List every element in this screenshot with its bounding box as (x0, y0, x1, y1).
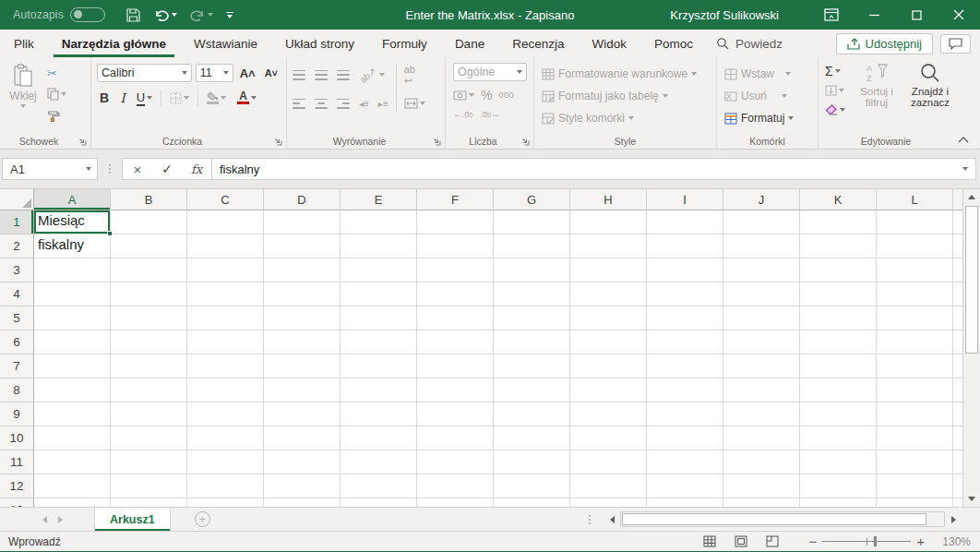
cell-M7[interactable] (953, 354, 962, 378)
cell-D5[interactable] (264, 306, 341, 330)
cell-A13[interactable] (34, 498, 111, 507)
share-button[interactable]: Udostępnij (836, 33, 933, 54)
tab-widok[interactable]: Widok (578, 30, 640, 57)
cell-F4[interactable] (417, 282, 494, 306)
clipboard-dialog-launcher[interactable] (78, 138, 87, 146)
cell-I1[interactable] (647, 210, 723, 234)
cell-E7[interactable] (341, 354, 417, 378)
cell-F6[interactable] (417, 330, 494, 354)
cell-J10[interactable] (723, 426, 800, 450)
new-sheet-button[interactable]: + (195, 511, 210, 527)
decrease-indent-button[interactable]: ◂≡ (359, 93, 369, 114)
formula-bar-splitter[interactable] (109, 164, 111, 174)
cell-L8[interactable] (877, 378, 953, 402)
cell-A5[interactable] (34, 306, 111, 330)
tab-scroll-splitter[interactable] (589, 515, 591, 524)
cell-H11[interactable] (570, 450, 647, 474)
page-break-view-button[interactable] (757, 535, 788, 547)
next-sheet-button[interactable] (58, 516, 63, 523)
cell-A1[interactable]: Miesiąc (34, 210, 111, 234)
column-header-K[interactable]: K (800, 189, 877, 210)
cell-F9[interactable] (417, 402, 494, 426)
cell-I10[interactable] (647, 426, 723, 450)
align-left-icon[interactable] (293, 99, 305, 109)
cell-J9[interactable] (723, 402, 800, 426)
cell-M3[interactable] (953, 258, 962, 282)
cell-C12[interactable] (187, 474, 264, 498)
cell-B8[interactable] (111, 378, 187, 402)
cell-D13[interactable] (264, 498, 341, 507)
cell-F10[interactable] (417, 426, 494, 450)
row-header-6[interactable]: 6 (0, 330, 34, 354)
row-header-4[interactable]: 4 (0, 282, 34, 306)
cell-L2[interactable] (877, 234, 953, 258)
cell-M9[interactable] (953, 402, 962, 426)
user-name[interactable]: Krzysztof Sulikowski (670, 8, 779, 22)
cell-I4[interactable] (647, 282, 723, 306)
cell-C5[interactable] (187, 306, 264, 330)
cell-K5[interactable] (800, 306, 877, 330)
row-header-8[interactable]: 8 (0, 378, 34, 402)
autosum-button[interactable]: Σ (822, 63, 848, 79)
vertical-scrollbar[interactable] (962, 189, 980, 507)
cell-E2[interactable] (341, 234, 417, 258)
minimize-button[interactable] (853, 0, 895, 30)
cell-L5[interactable] (877, 306, 953, 330)
align-right-icon[interactable] (337, 99, 350, 109)
cell-G11[interactable] (494, 450, 570, 474)
cell-E5[interactable] (341, 306, 417, 330)
cell-D8[interactable] (264, 378, 341, 402)
wrap-text-button[interactable]: ab↩ (404, 65, 425, 85)
row-header-10[interactable]: 10 (0, 426, 34, 450)
save-button[interactable] (125, 7, 141, 23)
row-header-3[interactable]: 3 (0, 258, 34, 282)
cell-E9[interactable] (341, 402, 417, 426)
cell-F7[interactable] (417, 354, 494, 378)
cell-J5[interactable] (723, 306, 800, 330)
copy-button[interactable] (44, 84, 69, 104)
cell-K3[interactable] (800, 258, 877, 282)
font-dialog-launcher[interactable] (274, 138, 282, 146)
increase-font-size-button[interactable]: A˄ (237, 63, 258, 83)
hscroll-left-button[interactable] (604, 508, 620, 531)
merge-center-button[interactable] (404, 93, 425, 114)
alignment-dialog-launcher[interactable] (433, 138, 441, 146)
cell-F1[interactable] (417, 210, 494, 234)
cell-H13[interactable] (570, 498, 647, 507)
cell-E6[interactable] (341, 330, 417, 354)
column-header-G[interactable]: G (494, 189, 570, 210)
increase-decimal-icon[interactable]: ←.00 (453, 109, 472, 119)
cell-F11[interactable] (417, 450, 494, 474)
cell-K13[interactable] (800, 498, 877, 507)
cell-C8[interactable] (187, 378, 264, 402)
cell-D6[interactable] (264, 330, 341, 354)
cell-H10[interactable] (570, 426, 647, 450)
paste-button[interactable]: Wklej (2, 61, 44, 134)
cell-A7[interactable] (34, 354, 111, 378)
name-box[interactable]: A1 (2, 158, 98, 180)
cell-L13[interactable] (877, 498, 953, 507)
clear-button[interactable] (822, 102, 848, 118)
column-header-C[interactable]: C (187, 189, 264, 210)
cell-C3[interactable] (187, 258, 264, 282)
cell-M1[interactable] (953, 210, 962, 234)
tab-pomoc[interactable]: Pomoc (640, 30, 707, 57)
cell-K6[interactable] (800, 330, 877, 354)
cell-I11[interactable] (647, 450, 723, 474)
cell-F3[interactable] (417, 258, 494, 282)
cell-L10[interactable] (877, 426, 953, 450)
cell-M11[interactable] (953, 450, 962, 474)
cell-C4[interactable] (187, 282, 264, 306)
bold-button[interactable]: B (97, 88, 112, 108)
comma-style-icon[interactable]: 000 (498, 90, 514, 100)
align-bottom-icon[interactable] (337, 70, 350, 80)
cell-G5[interactable] (494, 306, 570, 330)
horizontal-scrollbar[interactable] (620, 511, 945, 527)
cell-D10[interactable] (264, 426, 341, 450)
cell-F5[interactable] (417, 306, 494, 330)
zoom-slider-thumb[interactable] (874, 536, 877, 546)
fill-handle[interactable] (107, 231, 113, 236)
cell-B13[interactable] (111, 498, 187, 507)
cell-L6[interactable] (877, 330, 953, 354)
close-button[interactable] (938, 0, 980, 30)
